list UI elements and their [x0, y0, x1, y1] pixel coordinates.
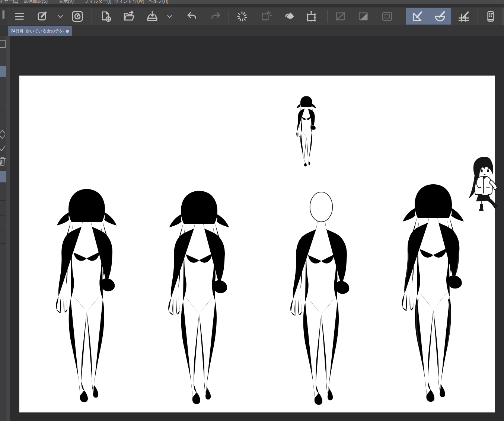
workspace[interactable] [10, 36, 504, 421]
pen-box-button[interactable] [32, 8, 53, 25]
toolbar-divider [404, 10, 404, 23]
menu-bar: レイヤー(L) 選択範囲(S) 表示(V) フィルター(I) ウィンドウ(W) … [0, 0, 504, 4]
companion-device-button[interactable] [480, 8, 501, 25]
check-icon[interactable] [0, 144, 6, 152]
invert-selection-button[interactable] [353, 8, 374, 25]
square-tool-icon[interactable] [0, 39, 6, 49]
toolbar-right-edge [502, 7, 504, 25]
snap-to-grid-button[interactable] [453, 8, 474, 25]
document-tab[interactable]: 24日目_歩いている女の子を描こう* [8, 26, 72, 36]
expand-diamond-icon[interactable] [0, 128, 6, 140]
walking-girl-rough-figure [396, 180, 470, 406]
clip-studio-logo-button[interactable] [67, 8, 88, 25]
undo-button[interactable] [181, 8, 202, 25]
trash-icon[interactable] [0, 156, 6, 166]
command-bar [0, 7, 504, 25]
main-menu-button[interactable] [9, 8, 30, 25]
chibi-girl-figure [467, 155, 500, 213]
document-tab-bar: 24日目_歩いている女の子を描こう* [0, 25, 504, 36]
menu-selection[interactable]: 選択範囲(S) [24, 0, 48, 4]
document-title: 24日目_歩いている女の子を描こう* [11, 28, 64, 34]
new-file-button[interactable] [96, 8, 117, 25]
redo-button[interactable] [205, 8, 226, 25]
paint-app-window: レイヤー(L) 選択範囲(S) 表示(V) フィルター(I) ウィンドウ(W) … [0, 0, 504, 421]
toolbar-grip-handle[interactable] [0, 7, 7, 25]
transform-button[interactable] [301, 8, 322, 25]
tab-modified-dot-icon [66, 30, 69, 33]
clear-outside-selection-button[interactable] [256, 8, 277, 25]
clear-button[interactable] [232, 8, 252, 25]
snap-to-ruler-button[interactable] [406, 8, 428, 25]
menu-view[interactable]: 表示(V) [59, 0, 74, 4]
collapsed-palette-column [0, 36, 6, 421]
chevron-down-icon[interactable] [163, 8, 176, 25]
menu-window[interactable]: ウィンドウ(W) [114, 0, 144, 4]
toolbar-divider [229, 10, 229, 23]
toolbar-divider [177, 10, 177, 23]
small-walking-girl-figure [294, 95, 319, 169]
toolbar-divider [92, 10, 92, 23]
walking-mannequin-figure [285, 188, 358, 408]
palette-separator [0, 215, 6, 216]
selection-border-button[interactable] [377, 8, 398, 25]
palette-separator [0, 111, 6, 111]
menu-layer[interactable]: レイヤー(L) [0, 0, 19, 4]
fill-bucket-button[interactable] [280, 8, 300, 25]
palette-separator [0, 243, 6, 244]
walking-girl-figure-1 [50, 185, 123, 406]
snap-to-special-ruler-button[interactable] [428, 8, 451, 25]
palette-edge-strip[interactable] [6, 36, 10, 421]
deselect-button[interactable] [330, 8, 351, 25]
save-button[interactable] [142, 8, 163, 25]
walking-girl-figure-2 [163, 187, 236, 408]
toolbar-divider [327, 10, 328, 23]
palette-separator [0, 230, 6, 230]
drawing-canvas[interactable] [19, 76, 495, 412]
menu-help[interactable]: ヘルプ(H) [149, 0, 169, 4]
toolbar-divider [478, 10, 478, 23]
menu-filter[interactable]: フィルター(I) [84, 0, 111, 4]
selected-palette-row[interactable] [0, 66, 6, 77]
chevron-down-icon[interactable] [54, 8, 67, 25]
open-file-button[interactable] [119, 8, 140, 25]
menu-divider-strip [0, 4, 504, 7]
selected-palette-row[interactable] [0, 171, 6, 182]
palette-separator [0, 200, 6, 201]
